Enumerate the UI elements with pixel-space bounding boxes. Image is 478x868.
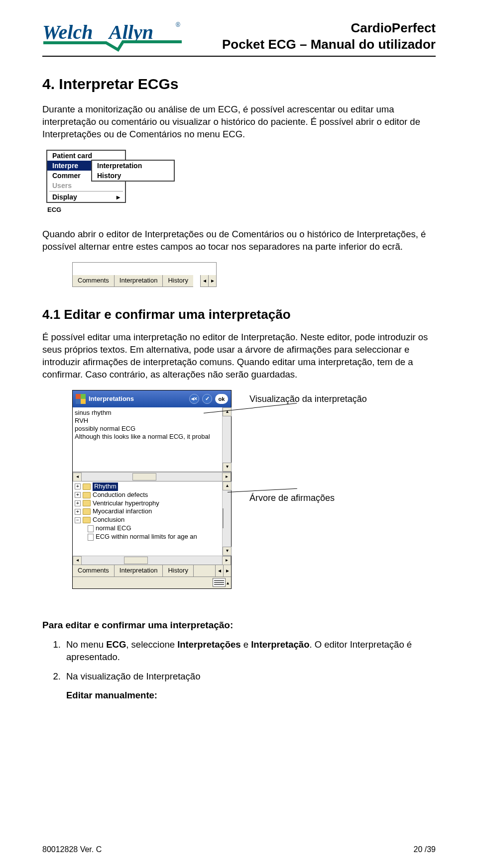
tree-leaf-normal-ecg[interactable]: normal ECG	[75, 524, 220, 533]
page-footer: 80012828 Ver. C 20 /39	[42, 845, 436, 854]
menu-separator	[49, 191, 123, 192]
step-2: Na visualização de Interpretação	[63, 671, 436, 683]
tab-scroll-left[interactable]: ◂	[215, 565, 223, 577]
scroll-down-icon[interactable]: ▾	[223, 547, 232, 556]
scroll-up-icon[interactable]: ▴	[223, 407, 232, 416]
footer-page-number: 20 /39	[414, 845, 436, 854]
callout-interpretation-view: Visualização da interpretação	[249, 394, 367, 404]
section-4-heading: 4. Interpretar ECGs	[42, 76, 436, 93]
svg-text:Allyn: Allyn	[108, 21, 153, 43]
windows-start-icon[interactable]	[76, 394, 86, 404]
menu-item-patient-card[interactable]: Patient card	[47, 151, 125, 161]
folder-icon	[83, 483, 91, 490]
statement-tree[interactable]: + Rhythm + Conduction defects + Ventricu…	[73, 482, 222, 556]
tree-label: normal ECG	[96, 524, 131, 533]
scroll-right-icon[interactable]: ▸	[222, 556, 231, 565]
tab-scroll-right[interactable]: ▸	[208, 275, 216, 287]
interpretations-submenu: Interpretation History	[91, 160, 175, 182]
window-titlebar: Interpretations ◂× ✓ ok	[73, 390, 231, 407]
document-icon	[88, 525, 94, 532]
expand-icon[interactable]: +	[75, 483, 81, 489]
expand-icon[interactable]: +	[75, 500, 81, 506]
tab-history[interactable]: History	[162, 275, 193, 287]
scrollbar-thumb[interactable]	[124, 557, 148, 564]
folder-icon	[83, 500, 91, 506]
tree-node-myocardial[interactable]: + Myocardial infarction	[75, 507, 220, 516]
section-4-p1: Durante a monitorização ou análise de um…	[42, 103, 436, 141]
expand-icon[interactable]: +	[75, 492, 81, 498]
tab-comments[interactable]: Comments	[72, 275, 114, 287]
scrollbar-thumb[interactable]	[132, 473, 156, 481]
scroll-left-icon[interactable]: ◂	[73, 473, 82, 482]
tree-node-rhythm[interactable]: + Rhythm	[75, 482, 220, 491]
steps-list: No menu ECG, seleccione Interpretações e…	[63, 639, 436, 683]
editor-horizontal-scrollbar[interactable]: ◂ ▸	[73, 472, 231, 481]
step-text: Na visualização de Interpretação	[66, 671, 200, 681]
tree-leaf-ecg-within-limits[interactable]: ECG within normal limits for age an	[75, 533, 220, 541]
editor-line: possibly normal ECG	[75, 425, 220, 433]
tabs-content-area	[72, 262, 217, 275]
tree-node-conduction[interactable]: + Conduction defects	[75, 491, 220, 499]
interpretation-text-editor[interactable]: sinus rhythm RVH possibly normal ECG Alt…	[73, 407, 231, 472]
scroll-right-icon[interactable]: ▸	[222, 473, 231, 482]
tab-interpretation[interactable]: Interpretation	[114, 275, 163, 287]
interpretations-window-figure: Interpretations ◂× ✓ ok sinus rhythm RVH…	[72, 390, 436, 589]
scrollbar-thumb[interactable]	[223, 508, 224, 528]
doc-title-2: Pocket ECG – Manual do utilizador	[222, 36, 436, 53]
tree-label: Myocardial infarction	[93, 507, 152, 516]
tree-node-ventricular[interactable]: + Ventricular hypertrophy	[75, 499, 220, 508]
step-bold: Interpretação	[251, 639, 309, 650]
editor-line: sinus rhythm	[75, 409, 220, 417]
step-1: No menu ECG, seleccione Interpretações e…	[63, 639, 436, 664]
tab-scroll-right[interactable]: ▸	[223, 565, 231, 577]
document-icon	[88, 534, 94, 541]
scroll-down-icon[interactable]: ▾	[223, 463, 232, 472]
page-header: Welch Allyn ® CardioPerfect Pocket ECG –…	[42, 20, 436, 57]
scroll-up-icon[interactable]: ▴	[223, 482, 232, 490]
editor-vertical-scrollbar[interactable]: ▴ ▾	[222, 407, 231, 472]
tree-vertical-scrollbar[interactable]: ▴ ▾	[222, 482, 231, 556]
tree-label: Conduction defects	[93, 491, 148, 499]
interpretations-window: Interpretations ◂× ✓ ok sinus rhythm RVH…	[72, 390, 232, 589]
figure-callouts: Visualização da interpretação Árvore de …	[249, 390, 367, 503]
svg-text:Welch: Welch	[42, 21, 93, 43]
window-bottom-tabs: Comments Interpretation History ◂ ▸	[73, 565, 231, 577]
ecg-menu-label: ECG	[46, 206, 191, 213]
bottom-tab-comments[interactable]: Comments	[73, 565, 115, 577]
sip-arrow-icon[interactable]: ▴	[227, 580, 229, 585]
expand-icon[interactable]: +	[75, 509, 81, 515]
tree-horizontal-scrollbar[interactable]: ◂ ▸	[73, 556, 231, 565]
section-4-1-p1: É possível editar uma interpretação no e…	[42, 331, 436, 381]
editor-line: RVH	[75, 417, 220, 425]
section-4-p2: Quando abrir o editor de Interpretações …	[42, 228, 436, 253]
tab-scroll-left[interactable]: ◂	[200, 275, 208, 287]
sip-bar: ▴	[73, 577, 231, 588]
tree-node-conclusion[interactable]: − Conclusion	[75, 516, 220, 524]
mute-icon[interactable]: ◂×	[189, 394, 199, 404]
doc-title-1: CardioPerfect	[222, 20, 436, 36]
tree-label: Rhythm	[93, 482, 118, 491]
window-title: Interpretations	[89, 395, 186, 402]
tree-label: Ventricular hypertrophy	[93, 499, 159, 508]
submenu-item-history[interactable]: History	[92, 171, 174, 181]
submenu-item-interpretation[interactable]: Interpretation	[92, 161, 174, 171]
svg-text:®: ®	[176, 21, 180, 28]
steps-heading: Para editar e confirmar uma interpretaçã…	[42, 620, 436, 631]
menu-item-interpretations-label: Interpre	[52, 162, 78, 170]
editor-line: Although this looks like a normal ECG, i…	[75, 433, 220, 441]
step-text: , seleccione	[126, 639, 177, 650]
folder-icon	[83, 492, 91, 498]
ecg-menu-screenshot: Patient card Interpre ▸ Commer Users Dis…	[46, 150, 191, 213]
menu-item-display[interactable]: Display ▸	[47, 192, 125, 202]
scroll-left-icon[interactable]: ◂	[73, 556, 82, 565]
bottom-tab-history[interactable]: History	[163, 565, 193, 577]
check-icon[interactable]: ✓	[202, 394, 212, 404]
keyboard-icon[interactable]	[213, 578, 226, 587]
step-text: No menu	[66, 639, 106, 650]
welchallyn-logo: Welch Allyn ®	[42, 20, 182, 53]
tree-label: ECG within normal limits for age an	[96, 533, 197, 541]
ok-button[interactable]: ok	[215, 394, 228, 404]
collapse-icon[interactable]: −	[75, 517, 81, 523]
bottom-tab-interpretation[interactable]: Interpretation	[115, 565, 163, 577]
footer-doc-version: 80012828 Ver. C	[42, 845, 102, 854]
